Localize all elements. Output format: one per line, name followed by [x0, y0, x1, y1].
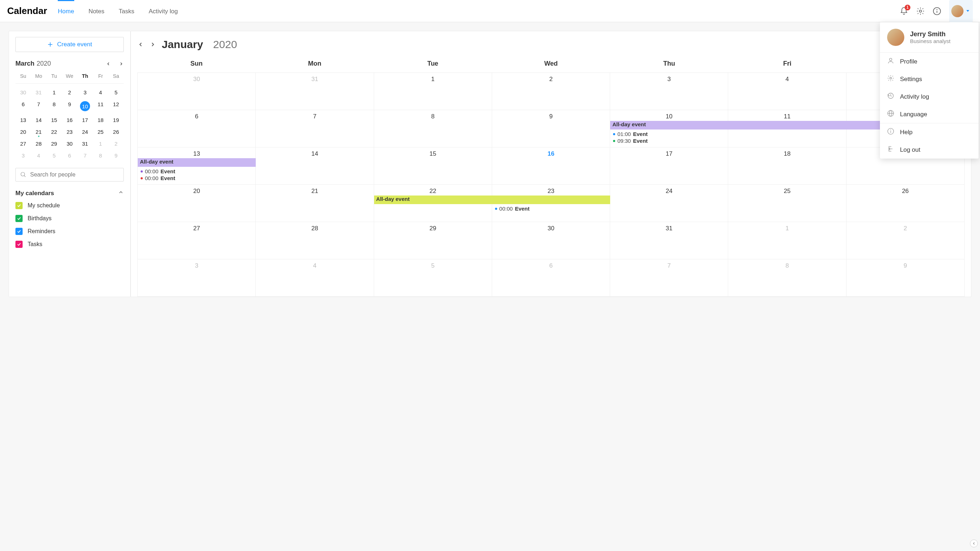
search-people[interactable]: [16, 168, 124, 182]
info-button[interactable]: [933, 7, 941, 16]
mini-day[interactable]: 6: [16, 98, 31, 114]
mini-day[interactable]: 18: [93, 114, 108, 126]
day-cell[interactable]: 2: [492, 73, 610, 110]
dropdown-item-activity-log[interactable]: Activity log: [880, 88, 978, 105]
notifications-button[interactable]: 1: [900, 7, 908, 16]
mini-day[interactable]: 22: [46, 126, 62, 138]
day-cell[interactable]: 1: [374, 73, 492, 110]
mini-day[interactable]: 28: [31, 138, 46, 150]
day-cell[interactable]: 25: [728, 185, 846, 222]
mini-day[interactable]: 16: [62, 114, 77, 126]
search-input[interactable]: [30, 172, 119, 178]
mini-day[interactable]: 30: [62, 138, 77, 150]
mini-day[interactable]: 7: [31, 98, 46, 114]
dropdown-item-language[interactable]: Language: [880, 105, 978, 123]
calendar-item-tasks[interactable]: Tasks: [16, 241, 124, 248]
checkbox[interactable]: [16, 215, 22, 222]
day-cell[interactable]: 3: [610, 73, 728, 110]
day-cell[interactable]: 29: [374, 222, 492, 259]
mini-cal-next[interactable]: [119, 61, 124, 66]
checkbox[interactable]: [16, 241, 22, 248]
mini-day[interactable]: 31: [31, 86, 46, 98]
day-cell[interactable]: 15: [374, 147, 492, 185]
dropdown-item-log-out[interactable]: Log out: [880, 141, 978, 159]
mini-day[interactable]: 31: [78, 138, 93, 150]
mini-day[interactable]: 25: [93, 126, 108, 138]
mini-day[interactable]: 4: [31, 150, 46, 161]
day-cell[interactable]: 27: [138, 222, 256, 259]
main-cal-prev[interactable]: [137, 41, 144, 48]
my-calendars-toggle[interactable]: My calendars: [16, 190, 124, 197]
day-cell[interactable]: 30: [492, 222, 610, 259]
day-cell[interactable]: 7: [610, 260, 728, 296]
day-cell[interactable]: 3: [138, 260, 256, 296]
day-cell[interactable]: 7: [256, 110, 374, 147]
checkbox[interactable]: [16, 228, 22, 235]
nav-tab-home[interactable]: Home: [58, 0, 74, 22]
mini-day[interactable]: 11: [93, 98, 108, 114]
calendar-item-my-schedule[interactable]: My schedule: [16, 202, 124, 209]
mini-day[interactable]: 3: [78, 86, 93, 98]
day-cell[interactable]: 31: [610, 222, 728, 259]
day-cell[interactable]: 24: [610, 185, 728, 222]
mini-day[interactable]: 10: [78, 98, 93, 114]
day-cell[interactable]: 6: [492, 260, 610, 296]
day-cell[interactable]: 14: [256, 147, 374, 185]
mini-day[interactable]: 1: [93, 138, 108, 150]
allday-event[interactable]: All-day event: [374, 196, 611, 204]
mini-day[interactable]: 4: [93, 86, 108, 98]
day-cell[interactable]: 21: [256, 185, 374, 222]
day-cell[interactable]: 6: [138, 110, 256, 147]
day-cell[interactable]: 28: [256, 222, 374, 259]
nav-tab-activity-log[interactable]: Activity log: [149, 0, 178, 22]
day-cell[interactable]: 30: [138, 73, 256, 110]
mini-day[interactable]: 21: [31, 126, 46, 138]
mini-day[interactable]: 5: [46, 150, 62, 161]
mini-day[interactable]: 30: [16, 86, 31, 98]
mini-day[interactable]: 9: [62, 98, 77, 114]
mini-day[interactable]: 6: [62, 150, 77, 161]
create-event-button[interactable]: Create event: [16, 37, 124, 52]
event-item[interactable]: 09:30 Event: [613, 138, 725, 144]
calendar-item-reminders[interactable]: Reminders: [16, 228, 124, 235]
day-cell[interactable]: 16: [492, 147, 610, 185]
mini-day[interactable]: 12: [108, 98, 124, 114]
event-item[interactable]: 00:00 Event: [141, 168, 253, 174]
mini-day[interactable]: 9: [108, 150, 124, 161]
mini-day[interactable]: 7: [78, 150, 93, 161]
event-item[interactable]: 00:00 Event: [495, 205, 607, 212]
mini-day[interactable]: 23: [62, 126, 77, 138]
mini-day[interactable]: 13: [16, 114, 31, 126]
dropdown-item-help[interactable]: Help: [880, 123, 978, 141]
mini-day[interactable]: 3: [16, 150, 31, 161]
nav-tab-notes[interactable]: Notes: [89, 0, 104, 22]
day-cell[interactable]: 20: [138, 185, 256, 222]
checkbox[interactable]: [16, 202, 22, 209]
day-cell[interactable]: 2: [846, 222, 964, 259]
mini-day[interactable]: 2: [62, 86, 77, 98]
dropdown-item-profile[interactable]: Profile: [880, 53, 978, 70]
calendar-item-birthdays[interactable]: Birthdays: [16, 215, 124, 222]
mini-day[interactable]: 19: [108, 114, 124, 126]
mini-day[interactable]: 26: [108, 126, 124, 138]
mini-day[interactable]: 2: [108, 138, 124, 150]
day-cell[interactable]: 26: [846, 185, 964, 222]
day-cell[interactable]: 5: [374, 260, 492, 296]
nav-tab-tasks[interactable]: Tasks: [119, 0, 134, 22]
day-cell[interactable]: 17: [610, 147, 728, 185]
day-cell[interactable]: 31: [256, 73, 374, 110]
mini-day[interactable]: 24: [78, 126, 93, 138]
day-cell[interactable]: 4: [728, 73, 846, 110]
mini-day[interactable]: 8: [46, 98, 62, 114]
user-menu-button[interactable]: [949, 0, 973, 22]
mini-day[interactable]: 27: [16, 138, 31, 150]
mini-day[interactable]: 8: [93, 150, 108, 161]
settings-button[interactable]: [916, 7, 925, 16]
day-cell[interactable]: 9: [846, 260, 964, 296]
dropdown-item-settings[interactable]: Settings: [880, 70, 978, 88]
day-cell[interactable]: 4: [256, 260, 374, 296]
mini-day[interactable]: 1: [46, 86, 62, 98]
day-cell[interactable]: 1: [728, 222, 846, 259]
day-cell[interactable]: 18: [728, 147, 846, 185]
mini-day[interactable]: 5: [108, 86, 124, 98]
